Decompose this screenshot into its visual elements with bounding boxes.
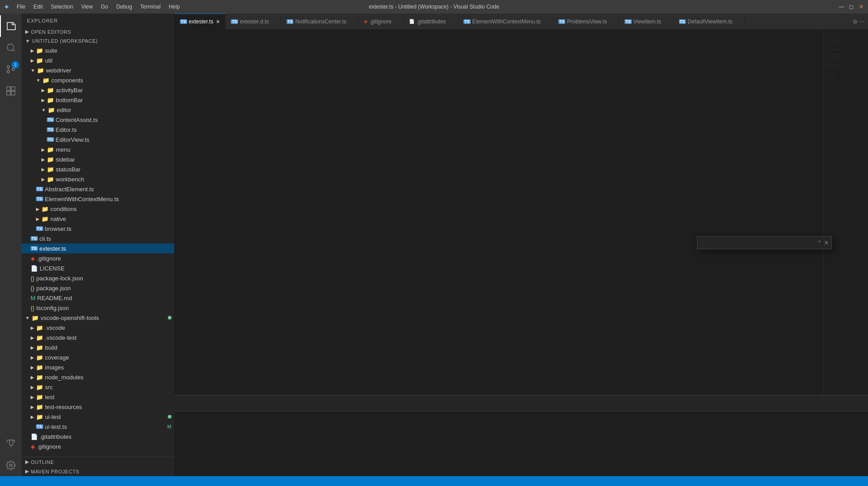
tree-item-label: ui-test.ts [45,423,167,430]
tree-item--gitattributes[interactable]: 📄.gitattributes [22,432,174,441]
ctx-close[interactable]: ✕ [824,239,829,246]
tree-item-editorview-ts[interactable]: TSEditorView.ts [22,135,174,144]
ctx-chevron-up[interactable]: ⌃ [817,239,822,246]
menu-edit[interactable]: Edit [30,3,46,11]
activity-settings[interactable] [0,454,22,476]
tab-close[interactable]: × [216,18,220,25]
tree-item-bottombar[interactable]: ▶📁bottomBar [22,95,174,105]
editor-area: TSextester.ts×TSextester.d.ts×TSNotifica… [175,14,868,476]
minimize-button[interactable]: — [838,4,845,10]
tree-item-sidebar[interactable]: ▶📁sidebar [22,154,174,164]
workspace-label: UNTITLED (WORKSPACE) [32,38,98,44]
open-editors-section[interactable]: ▶ OPEN EDITORS [22,27,174,36]
tab-label: ProblemsView.ts [567,18,607,25]
tree-item--vscode[interactable]: ▶📁.vscode [22,323,174,333]
activity-explorer[interactable] [0,15,22,37]
tree-item-cli-ts[interactable]: TScli.ts [22,234,174,243]
tree-item-workbench[interactable]: ▶📁workbench [22,174,174,184]
tree-item-ui-test[interactable]: ▶📁ui-test [22,412,174,422]
tree-item-extester-ts[interactable]: TSextester.ts [22,243,174,253]
menu-view[interactable]: View [77,3,96,11]
menu-help[interactable]: Help [165,3,184,11]
activity-source-control[interactable]: 2 [0,58,22,80]
svg-rect-6 [7,87,10,90]
sidebar-header: EXPLORER [22,14,174,27]
menu-selection[interactable]: Selection [47,3,76,11]
tree-item-build[interactable]: ▶📁build [22,342,174,352]
tree-item-readme-md[interactable]: MREADME.md [22,293,174,303]
tree-item-activitybar[interactable]: ▶📁activityBar [22,85,174,95]
tree-item-native[interactable]: ▶📁native [22,214,174,224]
tab--gitignore[interactable]: ◈.gitignore× [359,14,404,29]
tree-item-browser-ts[interactable]: TSbrowser.ts [22,224,174,234]
sidebar: EXPLORER ▶ OPEN EDITORS ▼ UNTITLED (WORK… [22,14,175,476]
tree-item-test-resources[interactable]: ▶📁test-resources [22,402,174,412]
tree-item-test[interactable]: ▶📁test [22,392,174,402]
svg-point-5 [12,68,15,71]
tree-item-webdriver[interactable]: ▼📁webdriver [22,65,174,75]
menu-debug[interactable]: Debug [112,3,135,11]
maximize-button[interactable]: ◻ [848,4,855,10]
tree-item-statusbar[interactable]: ▶📁statusBar [22,164,174,174]
tree-item-package-lock-json[interactable]: {}package-lock.json [22,273,174,283]
tree-item-src[interactable]: ▶📁src [22,382,174,392]
tree-item-abstractelement-ts[interactable]: TSAbstractElement.ts [22,184,174,194]
tab-extester-ts[interactable]: TSextester.ts× [175,14,225,29]
menu-file[interactable]: File [13,3,29,11]
activity-testing[interactable] [0,433,22,454]
menu-go[interactable]: Go [97,3,112,11]
outline-section[interactable]: ▶ OUTLINE [22,457,174,467]
tree-item-util[interactable]: ▶📁util [22,55,174,65]
tree-item-tsconfig-json[interactable]: {}tsconfig.json [22,303,174,313]
workspace-arrow: ▼ [25,38,30,44]
tree-item-ui-test-ts[interactable]: TSui-test.tsM [22,422,174,432]
tree-item-vscode-openshift-tools[interactable]: ▼📁vscode-openshift-tools [22,313,174,323]
tree-item-menu[interactable]: ▶📁menu [22,144,174,154]
maven-arrow: ▶ [25,468,29,474]
menu-terminal[interactable]: Terminal [137,3,164,11]
tree-item-package-json[interactable]: {}package.json [22,283,174,293]
tabs-bar: TSextester.ts×TSextester.d.ts×TSNotifica… [175,14,868,29]
tab-viewitem-ts[interactable]: TSViewItem.ts× [619,14,674,29]
tree-item-node-modules[interactable]: ▶📁node_modules [22,372,174,382]
tree-item--vscode-test[interactable]: ▶📁.vscode-test [22,333,174,342]
workspace-section[interactable]: ▼ UNTITLED (WORKSPACE) [22,36,174,45]
tab--gitattributes[interactable]: 📄.gitattributes× [404,14,458,29]
code-container: export * from './webdriver/components...… [175,29,868,395]
tree-item-label: EditorView.ts [56,136,174,143]
tab-label: DefaultViewItem.ts [688,18,733,25]
tree-item-label: .vscode-test [45,334,174,341]
bottom-panel [175,395,868,476]
tree-item--gitignore[interactable]: ◈.gitignore [22,253,174,263]
ctx-header: ⌃ ✕ [697,238,832,247]
tree-item-editor-ts[interactable]: TSEditor.ts [22,125,174,135]
tree-item-components[interactable]: ▼📁components [22,75,174,85]
tree-item-images[interactable]: ▶📁images [22,362,174,372]
tree-item-label: .gitignore [37,255,174,262]
activity-extensions[interactable] [0,80,22,102]
close-button[interactable]: ✕ [858,4,864,10]
split-editor[interactable]: ⧉ [853,18,857,25]
tree-item-editor[interactable]: ▼📁editor [22,105,174,115]
tree-item-label: webdriver [46,67,174,74]
tree-item-label: package-lock.json [36,275,174,282]
tree-item-label: statusBar [56,166,174,173]
tab-elementwithcontextmenu-ts[interactable]: TSElementWithContextMenu.ts× [458,14,553,29]
tab-notificationscenter-ts[interactable]: TSNotificationsCenter.ts× [281,14,359,29]
code-content[interactable] [202,29,823,395]
tree-item-license[interactable]: 📄LICENSE [22,263,174,273]
tree-item--gitignore[interactable]: ◈.gitignore [22,441,174,451]
maven-section[interactable]: ▶ MAVEN PROJECTS [22,467,174,476]
activity-search[interactable] [0,37,22,58]
outline-label: OUTLINE [31,459,54,465]
tree-item-contentassist-ts[interactable]: TSContentAssist.ts [22,115,174,125]
tree-item-conditions[interactable]: ▶📁conditions [22,204,174,214]
tree-item-suite[interactable]: ▶📁suite [22,45,174,55]
tree-item-elementwithcontextmenu-ts[interactable]: TSElementWithContextMenu.ts [22,194,174,204]
tree-item-label: tsconfig.json [36,305,174,311]
tab-defaultviewitem-ts[interactable]: TSDefaultViewItem.ts× [674,14,745,29]
tree-item-coverage[interactable]: ▶📁coverage [22,352,174,362]
tab-extester-d-ts[interactable]: TSextester.d.ts× [225,14,281,29]
more-tabs[interactable]: ⋯ [859,18,864,25]
tab-problemsview-ts[interactable]: TSProblemsView.ts× [553,14,619,29]
